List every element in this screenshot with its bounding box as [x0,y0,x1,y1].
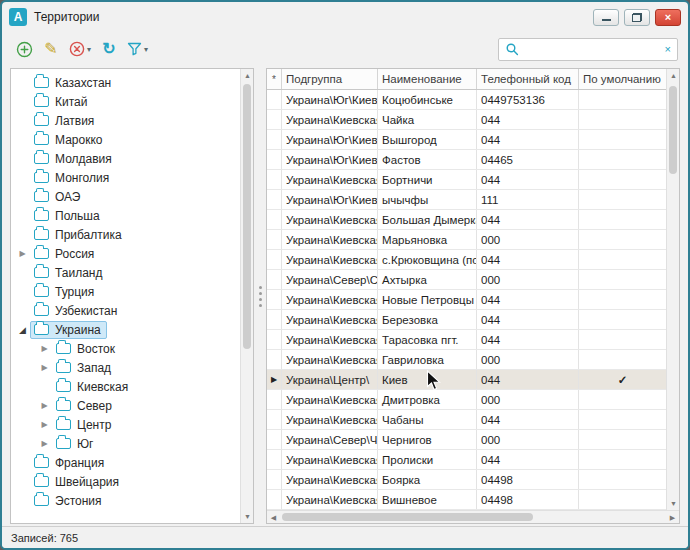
tree-node[interactable]: Россия [30,245,100,263]
grid-hscroll-track[interactable] [280,511,666,523]
table-row[interactable]: ▶Украина\Центр\Киев044✓ [267,370,666,390]
refresh-button[interactable]: ↻ [97,36,121,62]
table-row[interactable]: Украина\Север\СумАхтырка000 [267,270,666,290]
scroll-right-icon[interactable]: ▶ [666,511,679,524]
tree-node[interactable]: Киевская [52,378,134,396]
row-selector-cell[interactable] [267,90,282,109]
tree-item[interactable]: Эстония [11,491,240,510]
tree-node[interactable]: Прибалтика [30,226,128,244]
tree-item[interactable]: Казахстан [11,73,240,92]
tree-item[interactable]: Прибалтика [11,225,240,244]
tree-node[interactable]: Молдавия [30,150,118,168]
tree-node[interactable]: Марокко [30,131,108,149]
tree-node[interactable]: Эстония [30,492,108,510]
panel-splitter[interactable] [254,68,266,524]
row-selector-cell[interactable] [267,390,282,409]
close-button[interactable]: × [655,9,681,26]
tree-item[interactable]: ◢Украина [11,320,240,339]
tree-node[interactable]: Центр [52,416,117,434]
table-row[interactable]: Украина\Юг\КиевскВышгород044 [267,130,666,150]
tree-item[interactable]: Киевская [11,377,240,396]
grid-vscroll-track[interactable] [667,82,679,497]
tree-node[interactable]: Монголия [30,169,115,187]
tree-node[interactable]: Запад [52,359,117,377]
maximize-button[interactable] [624,9,650,26]
table-row[interactable]: Украина\КиевскаяНовые Петровцы044 [267,290,666,310]
tree-node[interactable]: Турция [30,283,100,301]
tree-node[interactable]: ОАЭ [30,188,86,206]
tree-item[interactable]: Узбекистан [11,301,240,320]
tree-item[interactable]: ▶Восток [11,339,240,358]
tree-node[interactable]: Франция [30,454,110,472]
delete-dropdown-caret-icon[interactable]: ▾ [87,45,91,54]
column-header-default[interactable]: По умолчанию [579,69,666,89]
tree-expanded-icon[interactable]: ◢ [15,325,30,335]
table-row[interactable]: Украина\Юг\КиевскКоцюбинське0449753136 [267,90,666,110]
column-header-phone-code[interactable]: Телефонный код [477,69,579,89]
tree-item[interactable]: Латвия [11,111,240,130]
scroll-up-icon[interactable]: ▲ [241,69,254,82]
tree-item[interactable]: Турция [11,282,240,301]
tree-node[interactable]: Швейцария [30,473,125,491]
scroll-down-icon[interactable]: ▼ [241,510,254,523]
tree-node[interactable]: Украина [30,321,107,339]
table-row[interactable]: Украина\КиевскаяЧабаны044 [267,410,666,430]
row-selector-cell[interactable] [267,350,282,369]
tree-collapsed-icon[interactable]: ▶ [37,420,52,429]
row-selector-cell[interactable] [267,450,282,469]
filter-dropdown-caret-icon[interactable]: ▾ [144,45,148,54]
row-selector-cell[interactable] [267,130,282,149]
search-clear-icon[interactable]: × [665,44,671,55]
tree-scroll-track[interactable] [241,82,253,510]
scroll-up-icon[interactable]: ▲ [667,69,679,82]
filter-button[interactable]: ▾ [124,36,151,62]
row-selector-cell[interactable] [267,110,282,129]
table-row[interactable]: Украина\КиевскаяБерезовка044 [267,310,666,330]
row-selector-cell[interactable] [267,430,282,449]
row-selector-cell[interactable] [267,410,282,429]
tree-item[interactable]: ▶Центр [11,415,240,434]
row-selector-cell[interactable] [267,330,282,349]
table-row[interactable]: Украина\КиевскаяДмитровка000 [267,390,666,410]
table-row[interactable]: Украина\Север\ЧерЧернигов000 [267,430,666,450]
grid-vscroll-thumb[interactable] [669,86,677,174]
table-row[interactable]: Украина\КиевскаяЧайка044 [267,110,666,130]
tree-item[interactable]: Польша [11,206,240,225]
row-selector-cell[interactable] [267,310,282,329]
grid-vertical-scrollbar[interactable]: ▲ ▼ [666,69,679,510]
grid-hscroll-thumb[interactable] [282,513,533,521]
tree-item[interactable]: Швейцария [11,472,240,491]
tree-item[interactable]: Марокко [11,130,240,149]
tree-item[interactable]: ▶Россия [11,244,240,263]
table-row[interactable]: Украина\КиевскаяГавриловка000 [267,350,666,370]
column-header-name[interactable]: Наименование [378,69,477,89]
tree-item[interactable]: Монголия [11,168,240,187]
tree-node[interactable]: Узбекистан [30,302,123,320]
table-row[interactable]: Украина\КиевскаяБортничи044 [267,170,666,190]
search-input[interactable] [524,42,660,56]
tree-node[interactable]: Польша [30,207,106,225]
table-row[interactable]: Украина\КиевскаяТарасовка пгт.044 [267,330,666,350]
tree-collapsed-icon[interactable]: ▶ [37,439,52,448]
tree-item[interactable]: ▶Юг [11,434,240,453]
tree-node[interactable]: Восток [52,340,121,358]
row-selector-cell[interactable] [267,210,282,229]
table-row[interactable]: Украина\КиевскаяМарьяновка000 [267,230,666,250]
row-selector-cell[interactable] [267,490,282,509]
row-selector-cell[interactable] [267,270,282,289]
tree-scroll-thumb[interactable] [243,84,251,349]
table-row[interactable]: Украина\Киевскаяс.Крюковщина (по044 [267,250,666,270]
row-selector-cell[interactable] [267,170,282,189]
tree-item[interactable]: Таиланд [11,263,240,282]
table-row[interactable]: Украина\КиевскаяВишневое04498 [267,490,666,510]
row-selector-cell[interactable] [267,290,282,309]
delete-button[interactable]: ▾ [66,36,94,62]
tree-item[interactable]: Молдавия [11,149,240,168]
scroll-left-icon[interactable]: ◀ [267,511,280,524]
tree-item[interactable]: ОАЭ [11,187,240,206]
table-row[interactable]: Украина\Юг\Киевскычычфы111 [267,190,666,210]
row-selector-cell[interactable] [267,470,282,489]
tree-item[interactable]: Франция [11,453,240,472]
row-selector-cell[interactable] [267,250,282,269]
current-row-arrow-icon[interactable]: ▶ [267,370,282,389]
